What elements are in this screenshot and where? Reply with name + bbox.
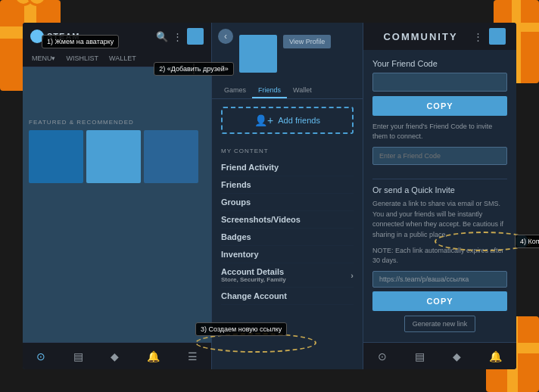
note-text-1: NOTE: Each link (372, 247, 423, 254)
nav-wishlist[interactable]: WISHLIST (64, 53, 102, 64)
profile-avatar (239, 35, 277, 73)
nav-menu-icon[interactable]: ☰ (188, 350, 198, 362)
divider (372, 179, 507, 179)
main-container: STEAM 🔍 ⋮ MENU▾ WISHLIST WALLET FEATURED… (23, 23, 516, 369)
tab-games[interactable]: Games (218, 83, 252, 98)
comm-nav-bell-icon[interactable]: 🔔 (489, 350, 502, 362)
quick-invite-desc: Generate a link to share via email or SM… (372, 199, 507, 240)
nav-bell-icon[interactable]: 🔔 (147, 350, 160, 362)
profile-tabs: Games Friends Wallet (212, 83, 363, 99)
arrow-icon: › (351, 271, 354, 280)
content-screenshots[interactable]: Screenshots/Videos (221, 211, 354, 229)
add-friends-label: Add friends (278, 116, 320, 125)
content-inventory[interactable]: Inventory (221, 246, 354, 263)
avatar[interactable] (187, 28, 204, 45)
featured-card-1 (29, 130, 83, 183)
change-account-label: Change Account (221, 291, 287, 300)
tab-friends[interactable]: Friends (252, 83, 287, 98)
generate-link-button[interactable]: Generate new link (404, 316, 476, 332)
left-bottom-nav: ⊙ ▤ ◆ 🔔 ☰ (23, 342, 211, 369)
left-content-area: FEATURED & RECOMMENDED (23, 67, 211, 342)
content-groups[interactable]: Groups (221, 194, 354, 211)
account-details-block: Account Details Store, Security, Family (221, 267, 286, 283)
annotation-step2-text: 2) «Добавить друзей» (159, 65, 229, 73)
friend-code-title: Your Friend Code (372, 59, 507, 68)
nav-wallet[interactable]: WALLET (106, 53, 139, 64)
enter-friend-code-input[interactable] (372, 147, 507, 165)
add-friends-icon: 👤+ (254, 114, 273, 126)
quick-invite-title: Or send a Quick Invite (372, 185, 507, 194)
dots-menu-icon[interactable]: ⋮ (173, 31, 182, 42)
content-change-account[interactable]: Change Account (221, 288, 354, 305)
left-content-inner: FEATURED & RECOMMENDED (23, 67, 211, 189)
note-text: NOTE: Each link automatically expires af… (372, 246, 507, 265)
featured-card-3 (144, 130, 198, 183)
back-button[interactable]: ‹ (218, 29, 233, 44)
featured-card-2 (86, 130, 141, 183)
nav-menu[interactable]: MENU▾ (29, 53, 59, 64)
comm-nav-diamond-icon[interactable]: ◆ (453, 350, 461, 362)
annotation-step4: 4) Копируем новую ссылку (515, 235, 539, 248)
annotation-step3-text: 3) Создаем новую ссылку (201, 325, 282, 333)
content-friend-activity[interactable]: Friend Activity (221, 159, 354, 176)
nav-home-icon[interactable]: ⊙ (36, 350, 45, 362)
content-account-details[interactable]: Account Details Store, Security, Family … (221, 263, 354, 288)
middle-panel: ‹ View Profile Games Friends Wallet 👤+ A… (212, 23, 363, 369)
content-friends[interactable]: Friends (221, 176, 354, 194)
annotation-step4-text: 4) Копируем новую ссылку (520, 238, 539, 245)
nav-list-icon[interactable]: ▤ (73, 350, 83, 362)
nav-diamond-icon[interactable]: ◆ (111, 350, 119, 362)
steam-header-right: 🔍 ⋮ (156, 28, 204, 45)
community-title: COMMUNITY (374, 31, 467, 42)
my-content-label: MY CONTENT (221, 148, 354, 154)
comm-nav-home-icon[interactable]: ⊙ (378, 350, 387, 362)
account-details-label: Account Details (221, 267, 286, 276)
annotation-step1: 1) Жмем на аватарку (42, 35, 119, 48)
gift-bow-left (14, 0, 47, 8)
content-badges[interactable]: Badges (221, 229, 354, 246)
annotation-step2: 2) «Добавить друзей» (154, 62, 234, 76)
copy-friend-code-button[interactable]: COPY (372, 96, 507, 116)
comm-nav-list-icon[interactable]: ▤ (415, 350, 425, 362)
annotation-step3: 3) Создаем новую ссылку (195, 322, 287, 336)
add-friends-button[interactable]: 👤+ Add friends (221, 107, 354, 134)
friend-code-input[interactable] (372, 73, 507, 92)
link-url-display: https://s.team/p/ваша/ссылка (372, 271, 507, 288)
community-bottom-nav: ⊙ ▤ ◆ 🔔 (363, 342, 516, 369)
search-icon[interactable]: 🔍 (156, 31, 168, 42)
annotation-step1-text: 1) Жмем на аватарку (47, 38, 114, 45)
community-dots-icon[interactable]: ⋮ (473, 31, 483, 42)
profile-section: View Profile (212, 23, 363, 83)
friend-code-helper: Enter your friend's Friend Code to invit… (372, 122, 507, 141)
community-avatar[interactable] (489, 28, 506, 45)
tab-wallet[interactable]: Wallet (287, 83, 318, 98)
featured-label: FEATURED & RECOMMENDED (29, 119, 205, 126)
profile-avatar-area: View Profile (239, 35, 351, 73)
my-content-section: MY CONTENT Friend Activity Friends Group… (212, 142, 363, 311)
featured-cards (29, 130, 205, 183)
account-details-sub: Store, Security, Family (221, 276, 286, 283)
community-content: Your Friend Code COPY Enter your friend'… (363, 50, 516, 342)
community-header: COMMUNITY ⋮ (363, 23, 516, 50)
copy-link-button[interactable]: COPY (372, 291, 507, 311)
view-profile-button[interactable]: View Profile (283, 35, 331, 48)
right-panel: COMMUNITY ⋮ Your Friend Code COPY Enter … (363, 23, 516, 369)
